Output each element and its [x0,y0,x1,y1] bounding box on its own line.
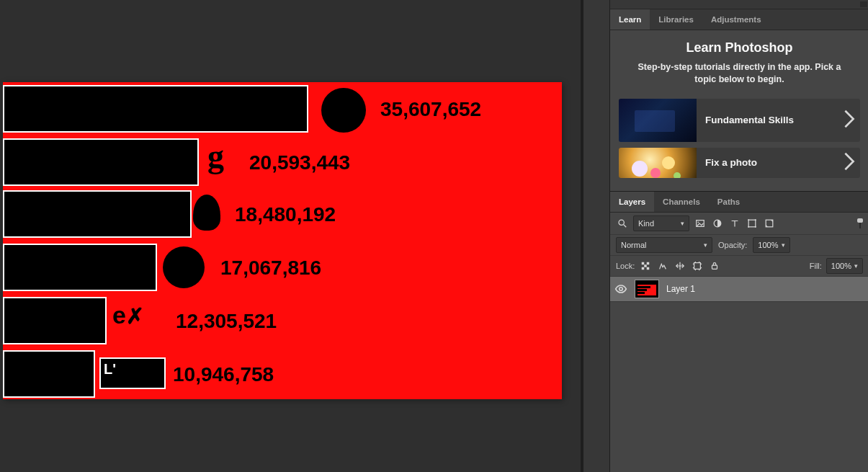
tab-layers[interactable]: Layers [610,192,654,212]
chevron-down-icon: ▾ [681,220,684,227]
canvas-image: 35,607,652 g 20,593,443 18,480,192 17,06… [3,82,562,399]
tab-libraries[interactable]: Libraries [650,9,702,30]
svg-rect-14 [647,267,650,270]
chart-value: 35,607,652 [380,98,481,121]
opacity-value: 100% [758,241,778,249]
chevron-right-icon [838,151,860,174]
row-icon-g: g [207,140,224,173]
chart-value: 18,480,192 [235,203,336,226]
tab-learn[interactable]: Learn [610,9,650,30]
row-icon-silhouette [193,195,220,231]
blend-mode-value: Normal [621,241,646,249]
svg-point-17 [619,288,623,291]
chart-bar [3,138,199,186]
card-thumbnail [619,148,697,178]
svg-rect-6 [755,219,756,221]
layer-lock-row: Lock: Fill: 100% [610,256,868,277]
lock-image-icon[interactable] [656,259,669,272]
chart-bar [3,297,107,344]
chevron-down-icon: ▾ [782,241,785,249]
svg-rect-10 [642,262,645,265]
layer-thumbnail [635,280,659,298]
lock-transparent-icon[interactable] [639,259,652,272]
lock-all-icon[interactable] [708,259,721,272]
layers-panel: Kind ▾ [610,213,868,302]
fill-label: Fill: [810,262,822,270]
tab-paths[interactable]: Paths [709,192,748,212]
card-thumbnail [619,99,697,142]
chart-bar [3,244,157,291]
tab-adjustments[interactable]: Adjustments [702,9,770,30]
chevron-down-icon: ▾ [854,262,858,270]
filter-shape-icon[interactable] [746,217,759,230]
panel-grip[interactable] [610,0,868,9]
chart-value: 10,946,758 [173,363,274,386]
card-title: Fix a photo [697,157,838,168]
learn-card-fundamental-skills[interactable]: Fundamental Skills [619,99,860,142]
right-panel-column: Learn Libraries Adjustments Learn Photos… [583,0,868,472]
panel-collapse-icon[interactable] [860,1,867,7]
fill-value: 100% [831,262,851,270]
card-title: Fundamental Skills [697,115,838,125]
chevron-down-icon: ▾ [704,241,707,249]
chart-value: 12,305,521 [176,310,277,333]
svg-rect-4 [748,220,756,227]
svg-rect-7 [748,226,749,228]
search-icon [616,217,629,230]
panel-dock-strip[interactable] [583,0,610,472]
svg-rect-11 [647,262,650,265]
chart-bar [3,190,192,238]
blend-mode-select[interactable]: Normal ▾ [616,237,712,253]
chart-bar [3,85,308,133]
lock-position-icon[interactable] [674,259,686,272]
row-icon-circle [321,88,366,133]
svg-rect-8 [755,226,756,228]
learn-panel: Learn Photoshop Step-by-step tutorials d… [610,30,868,191]
learn-tabs: Learn Libraries Adjustments [610,9,868,30]
svg-point-2 [698,221,699,223]
svg-rect-12 [645,264,648,267]
layer-blend-row: Normal ▾ Opacity: 100% ▾ [610,235,868,256]
chevron-right-icon [838,108,860,132]
svg-point-0 [619,220,624,225]
layer-filter-kind-select[interactable]: Kind ▾ [633,215,689,231]
learn-title: Learn Photoshop [617,40,862,55]
visibility-eye-icon[interactable] [614,282,627,295]
svg-rect-13 [642,267,645,270]
opacity-label: Opacity: [718,241,747,249]
svg-rect-15 [694,262,701,269]
filter-pixel-icon[interactable] [694,217,707,230]
learn-subtitle: Step-by-step tutorials directly in the a… [617,61,862,86]
chart-value: 17,067,816 [220,257,321,280]
filter-smartobject-icon[interactable] [763,217,776,230]
svg-rect-5 [748,219,749,221]
row-icon-black-box: L' [99,357,166,389]
fill-field[interactable]: 100% ▾ [826,258,863,274]
tab-channels[interactable]: Channels [654,192,709,212]
lock-artboard-icon[interactable] [691,259,704,272]
row-icon-circle [163,246,205,288]
chart-bar [3,350,95,398]
layer-filter-row: Kind ▾ [610,213,868,235]
row-icon-ex: e✗ [112,303,144,327]
layer-name: Layer 1 [666,284,695,294]
panel-stack: Learn Libraries Adjustments Learn Photos… [609,0,868,472]
chart-value: 20,593,443 [249,151,350,174]
layer-item[interactable]: Layer 1 [610,277,868,302]
learn-card-fix-a-photo[interactable]: Fix a photo [619,148,860,178]
lock-label: Lock: [616,262,635,270]
filter-adjustment-icon[interactable] [711,217,724,230]
document-canvas[interactable]: 35,607,652 g 20,593,443 18,480,192 17,06… [0,0,583,472]
filter-toggle[interactable] [857,218,863,228]
layers-tabs: Layers Channels Paths [610,191,868,213]
svg-rect-16 [712,265,717,269]
filter-type-icon[interactable] [728,217,741,230]
kind-label: Kind [638,219,654,228]
opacity-field[interactable]: 100% ▾ [753,237,789,253]
